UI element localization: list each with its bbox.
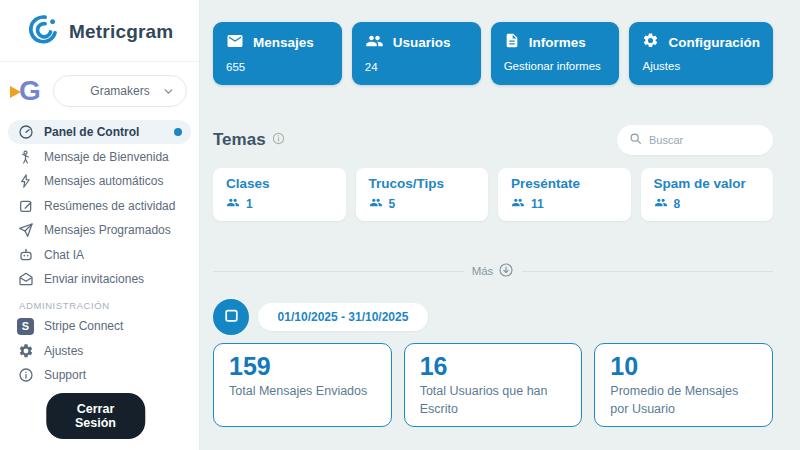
stat-value: 16 [420, 352, 567, 381]
more-divider: Más [213, 262, 773, 280]
document-icon [504, 32, 520, 52]
workspace-name: Gramakers [90, 84, 149, 98]
card-value: Ajustes [642, 60, 760, 72]
menu-label: Chat IA [44, 248, 84, 262]
topic-name: Trucos/Tips [369, 176, 476, 191]
calendar-icon [223, 307, 240, 327]
stripe-icon: S [17, 318, 34, 335]
topics-row: Clases 1 Trucos/Tips 5 Preséntate 11 [213, 168, 773, 221]
card-title: Mensajes [253, 35, 314, 50]
menu-label: Enviar invitaciones [44, 272, 144, 286]
sidebar-item-panel-de-control[interactable]: Panel de Control [8, 120, 191, 144]
paper-plane-icon [17, 222, 34, 239]
sidebar-item-ajustes[interactable]: Ajustes [8, 339, 191, 363]
more-button[interactable]: Más [472, 262, 515, 280]
topic-card-trucos-tips[interactable]: Trucos/Tips 5 [356, 168, 489, 221]
menu-label: Mensaje de Bienvenida [44, 150, 169, 164]
menu-label: Support [44, 368, 86, 382]
sidebar: Metricgram G Gramakers Panel de Control [0, 0, 200, 450]
info-icon[interactable] [272, 130, 285, 150]
menu-label: Resúmenes de actividad [44, 199, 175, 213]
gear-icon [17, 342, 34, 359]
divider-line [213, 271, 464, 272]
date-range-display[interactable]: 01/10/2025 - 31/10/2025 [258, 303, 428, 331]
card-value: 24 [365, 61, 468, 73]
topic-count-value: 8 [674, 197, 681, 211]
metricgram-logo-icon [27, 13, 60, 50]
stat-label: Total Usuarios que han Escrito [420, 383, 567, 418]
sidebar-item-support[interactable]: Support [8, 363, 191, 387]
stat-card-promedio-mensajes: 10 Promedio de Mensajes por Usuario [594, 343, 773, 427]
main-content: Mensajes 655 Usuarios 24 Infor [200, 0, 800, 450]
gramakers-avatar: G [12, 73, 48, 109]
envelope-open-icon [17, 271, 34, 288]
sidebar-item-mensajes-automaticos[interactable]: Mensajes automáticos [8, 169, 191, 193]
card-title: Informes [529, 35, 586, 50]
app-title: Metricgram [69, 21, 173, 43]
sidebar-item-mensajes-programados[interactable]: Mensajes Programados [8, 218, 191, 242]
workspace-selector[interactable]: Gramakers [53, 75, 187, 107]
card-configuracion[interactable]: Configuración Ajustes [629, 22, 773, 85]
card-informes[interactable]: Informes Gestionar informes [491, 22, 620, 85]
topic-count-value: 5 [389, 197, 396, 211]
active-indicator-dot [174, 128, 182, 136]
workspace-row: G Gramakers [0, 62, 199, 116]
chevron-down-icon [162, 85, 175, 101]
lightning-icon [17, 173, 34, 190]
app-logo: Metricgram [0, 0, 199, 61]
sidebar-item-resumenes-de-actividad[interactable]: Resúmenes de actividad [8, 194, 191, 218]
card-value: 655 [226, 61, 329, 73]
menu-label: Mensajes automáticos [44, 174, 163, 188]
admin-section-label: ADMINISTRACIÓN [8, 291, 191, 314]
menu-label: Panel de Control [44, 125, 139, 139]
topic-card-spam-de-valor[interactable]: Spam de valor 8 [641, 168, 774, 221]
card-mensajes[interactable]: Mensajes 655 [213, 22, 342, 85]
search-icon [629, 131, 642, 149]
person-wave-icon [17, 148, 34, 165]
stat-label: Promedio de Mensajes por Usuario [610, 383, 757, 418]
topic-count-value: 11 [531, 197, 544, 211]
sidebar-item-mensaje-de-bienvenida[interactable]: Mensaje de Bienvenida [8, 145, 191, 169]
robot-icon [17, 246, 34, 263]
stat-label: Total Mensajes Enviados [229, 383, 376, 401]
topic-name: Preséntate [511, 176, 618, 191]
edit-note-icon [17, 197, 34, 214]
users-icon [365, 32, 384, 53]
users-icon [369, 196, 383, 212]
sidebar-item-chat-ia[interactable]: Chat IA [8, 243, 191, 267]
date-range-row: 01/10/2025 - 31/10/2025 [213, 299, 773, 335]
users-icon [511, 196, 525, 212]
circle-arrow-down-icon [498, 262, 514, 280]
temas-header-row: Temas [213, 125, 773, 155]
divider-line [522, 271, 773, 272]
search-box [617, 125, 773, 155]
topic-card-presentate[interactable]: Preséntate 11 [498, 168, 631, 221]
calendar-button[interactable] [213, 299, 249, 335]
envelope-icon [226, 32, 244, 53]
stat-value: 159 [229, 352, 376, 381]
stats-row: 159 Total Mensajes Enviados 16 Total Usu… [213, 343, 773, 427]
logout-button[interactable]: Cerrar Sesión [46, 393, 146, 439]
stat-value: 10 [610, 352, 757, 381]
topic-count-value: 1 [246, 197, 253, 211]
card-title: Usuarios [393, 35, 451, 50]
info-circle-icon [17, 367, 34, 384]
more-label: Más [472, 265, 494, 277]
sidebar-item-enviar-invitaciones[interactable]: Enviar invitaciones [8, 267, 191, 291]
date-range-text: 01/10/2025 - 31/10/2025 [278, 310, 409, 324]
search-input[interactable] [649, 134, 761, 146]
card-value: Gestionar informes [504, 60, 607, 72]
temas-title: Temas [213, 130, 266, 150]
top-cards-row: Mensajes 655 Usuarios 24 Infor [213, 22, 773, 85]
topic-card-clases[interactable]: Clases 1 [213, 168, 346, 221]
menu-label: Mensajes Programados [44, 223, 171, 237]
dashboard-icon [17, 124, 34, 141]
stat-card-total-mensajes: 159 Total Mensajes Enviados [213, 343, 392, 427]
topic-name: Clases [226, 176, 333, 191]
card-usuarios[interactable]: Usuarios 24 [352, 22, 481, 85]
sidebar-menu: Panel de Control Mensaje de Bienvenida M… [0, 116, 199, 387]
card-title: Configuración [668, 35, 760, 50]
sidebar-item-stripe-connect[interactable]: S Stripe Connect [8, 314, 191, 338]
metricgram-dashboard: Metricgram G Gramakers Panel de Control [0, 0, 800, 450]
gear-icon [642, 32, 659, 52]
